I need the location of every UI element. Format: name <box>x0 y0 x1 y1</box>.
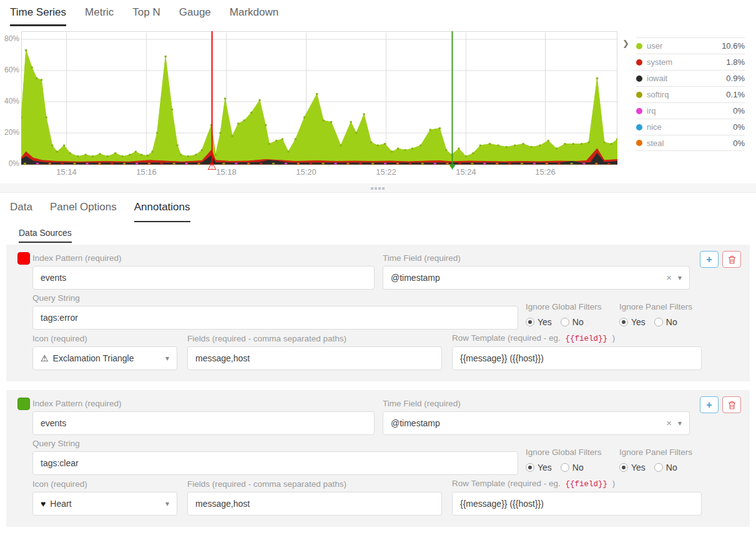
x-tick-label: 15:26 <box>535 167 556 177</box>
radio-option-yes[interactable]: Yes <box>526 462 552 472</box>
delete-source-button[interactable] <box>722 396 741 413</box>
color-swatch[interactable] <box>17 252 30 265</box>
fields-label: Fields (required - comma separated paths… <box>187 479 442 489</box>
index-pattern-input[interactable]: events <box>32 266 375 290</box>
timeseries-chart-section: 80%60%40%20%0% 15:1415:1615:1815:2015:22… <box>0 26 756 183</box>
error-annotation-marker[interactable]: ⚠ <box>207 161 217 172</box>
series-name: system <box>647 57 726 67</box>
time-field-select[interactable]: @timestamp × ▾ <box>383 411 690 435</box>
x-tick-label: 15:22 <box>376 167 396 177</box>
chart-legend: ❯ user10.6%system1.8%iowait0.9%softirq0.… <box>617 31 756 183</box>
time-field-label: Time Field (required) <box>383 399 690 408</box>
ignore-panel-filters-label: Ignore Panel Filters <box>619 448 725 457</box>
heart-icon: ♥ <box>41 492 46 515</box>
series-name: iowait <box>647 74 726 83</box>
tab-annotations[interactable]: Annotations <box>134 201 190 222</box>
tab-metric[interactable]: Metric <box>85 6 114 26</box>
series-value: 0.1% <box>726 90 745 99</box>
radio-option-no[interactable]: No <box>561 317 584 327</box>
trash-icon <box>728 255 736 264</box>
series-value: 10.6% <box>722 41 745 51</box>
color-swatch[interactable] <box>17 398 30 410</box>
legend-row-irq[interactable]: irq0% <box>636 102 745 119</box>
resize-handle[interactable] <box>0 183 756 193</box>
annotation-source-panel: + Index Pattern (required) events Time F… <box>6 245 750 381</box>
tab-data-sources[interactable]: Data Sources <box>19 228 72 243</box>
chevron-down-icon: ▾ <box>165 347 169 369</box>
radio-option-no[interactable]: No <box>654 317 677 327</box>
query-string-input[interactable]: tags:clear <box>32 451 518 475</box>
ignore-panel-filters-label: Ignore Panel Filters <box>619 302 725 311</box>
add-source-button[interactable]: + <box>700 251 719 268</box>
series-name: steal <box>647 139 733 148</box>
legend-row-nice[interactable]: nice0% <box>636 119 745 135</box>
series-name: irq <box>647 106 733 115</box>
radio-option-no[interactable]: No <box>654 462 677 472</box>
row-template-input[interactable]: {{message}} ({{host}}) <box>452 346 702 370</box>
series-value: 0% <box>733 106 745 115</box>
icon-select[interactable]: ♥ Heart ▾ <box>32 492 177 516</box>
timeseries-plot[interactable] <box>21 31 617 165</box>
series-color-dot <box>636 59 642 66</box>
y-tick-label: 60% <box>4 66 19 74</box>
add-source-button[interactable]: + <box>700 396 719 413</box>
visualization-type-tabs: Time SeriesMetricTop NGaugeMarkdown <box>0 0 756 26</box>
editor-section-tabs: DataPanel OptionsAnnotations <box>0 193 756 222</box>
icon-select[interactable]: ⚠ Exclamation Triangle ▾ <box>32 346 177 370</box>
legend-row-softirq[interactable]: softirq0.1% <box>636 86 745 102</box>
radio-option-yes[interactable]: Yes <box>526 317 552 327</box>
series-value: 0.9% <box>726 74 745 83</box>
grip-dots-icon <box>378 187 381 190</box>
x-tick-label: 15:16 <box>136 167 157 177</box>
annotation-source-panel: + Index Pattern (required) events Time F… <box>6 390 750 527</box>
time-field-select[interactable]: @timestamp × ▾ <box>383 266 690 290</box>
fields-input[interactable]: message,host <box>187 346 442 370</box>
index-pattern-input[interactable]: events <box>32 411 375 435</box>
y-axis: 80%60%40%20%0% <box>2 31 21 165</box>
row-template-input[interactable]: {{message}} ({{host}}) <box>452 492 702 516</box>
field-code-chip: {{field}} <box>563 334 611 343</box>
legend-row-system[interactable]: system1.8% <box>636 54 745 70</box>
row-template-label: Row Template (required - eg. {{field}} ) <box>452 333 702 343</box>
tab-top-n[interactable]: Top N <box>132 6 160 26</box>
series-value: 0% <box>733 122 745 132</box>
series-color-dot <box>636 108 642 114</box>
tab-markdown[interactable]: Markdown <box>230 6 278 26</box>
query-string-label: Query String <box>32 439 518 448</box>
radio-option-yes[interactable]: Yes <box>619 317 646 327</box>
chevron-down-icon: ▾ <box>678 267 682 289</box>
legend-row-steal[interactable]: steal0% <box>636 135 745 151</box>
clear-icon[interactable]: × <box>666 412 672 434</box>
series-name: softirq <box>647 90 726 99</box>
ignore-global-filters-radio: YesNo <box>526 460 619 475</box>
area-chart[interactable] <box>21 31 617 165</box>
legend-row-iowait[interactable]: iowait0.9% <box>636 70 745 86</box>
series-color-dot <box>636 140 642 146</box>
x-tick-label: 15:18 <box>216 167 237 177</box>
clear-icon[interactable]: × <box>666 267 672 289</box>
tab-data[interactable]: Data <box>10 201 32 222</box>
radio-option-no[interactable]: No <box>561 462 584 472</box>
radio-option-yes[interactable]: Yes <box>619 462 646 472</box>
fields-input[interactable]: message,host <box>187 492 442 516</box>
time-field-label: Time Field (required) <box>383 253 690 263</box>
tab-gauge[interactable]: Gauge <box>179 6 211 26</box>
ignore-global-filters-label: Ignore Global Filters <box>526 302 619 311</box>
icon-label: Icon (required) <box>32 334 177 343</box>
query-string-input[interactable]: tags:error <box>32 306 518 330</box>
series-color-dot <box>636 124 642 130</box>
delete-source-button[interactable] <box>722 251 741 268</box>
x-tick-label: 15:14 <box>56 167 77 177</box>
series-color-dot <box>636 92 642 98</box>
legend-row-user[interactable]: user10.6% <box>636 37 745 54</box>
trash-icon <box>728 401 736 409</box>
icon-label: Icon (required) <box>32 479 177 489</box>
x-axis: 15:1415:1615:1815:2015:2215:2415:26⚠♥ <box>21 165 617 179</box>
tab-time-series[interactable]: Time Series <box>10 6 66 26</box>
exclamation-triangle-icon: ⚠ <box>41 347 49 369</box>
clear-annotation-marker[interactable]: ♥ <box>449 161 455 172</box>
ignore-panel-filters-radio: YesNo <box>619 460 725 475</box>
tsvb-editor: Time SeriesMetricTop NGaugeMarkdown 80%6… <box>0 0 756 527</box>
legend-collapse-chevron[interactable]: ❯ <box>622 39 629 48</box>
tab-panel-options[interactable]: Panel Options <box>50 201 117 222</box>
